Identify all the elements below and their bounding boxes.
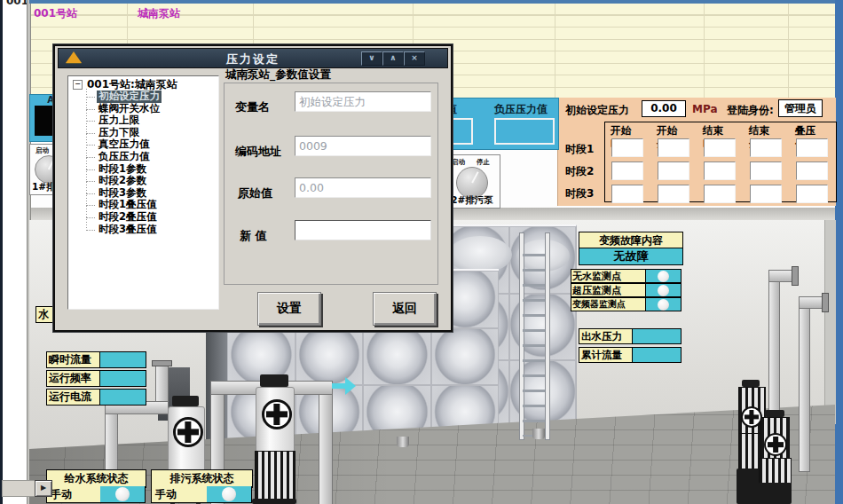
vfd-fault-header: 变频故障内容 (579, 232, 683, 249)
code-addr-input[interactable]: 0009 (295, 136, 431, 156)
login-identity[interactable]: 管理员 (778, 99, 823, 117)
metric-row: 运行电流 (46, 389, 146, 406)
close-button[interactable]: × (404, 51, 425, 66)
tank-panel (431, 328, 500, 386)
code-addr-label: 编码地址 (235, 144, 281, 160)
monitor-row: 无水监测点 (571, 269, 681, 283)
param-input[interactable] (658, 161, 689, 180)
param-input[interactable] (796, 161, 828, 180)
pressure-unit: MPa (692, 103, 718, 115)
tree-item[interactable]: 真空压力值 (97, 138, 152, 151)
parameter-tree: − 001号站:城南泵站 初始设定压力 蝶阀开关水位 压力上限 压力下限 真空压… (67, 75, 219, 310)
tree-item[interactable]: 压力下限 (97, 127, 141, 139)
tree-item[interactable]: 时段1参数 (97, 163, 148, 176)
pressure-setting-dialog: 压力设定 ∨ ∧ × − 001号站:城南泵站 初始设定压力 蝶阀开关水位 压力… (53, 44, 453, 332)
station-parameter-panel: 初始设定压力 0.00 MPa 登陆身份: 管理员 开始时 开始分 结束时 结束… (557, 98, 836, 206)
minimize-button[interactable]: ∨ (361, 51, 382, 66)
outlet-pressure-value (633, 328, 681, 344)
param-input[interactable] (796, 185, 828, 203)
total-flow-value (633, 347, 681, 363)
start-label: 启动 (35, 146, 49, 155)
tree-connector (86, 89, 87, 231)
monitor-row: 变频器监测点 (571, 297, 681, 311)
set-button[interactable]: 设置 (257, 292, 321, 326)
tree-root-node[interactable]: − 001号站:城南泵站 (72, 78, 218, 91)
tank-panel (363, 328, 431, 386)
tree-item[interactable]: 时段1叠压值 (97, 199, 159, 211)
var-name-label: 变量名 (235, 99, 270, 115)
param-input[interactable] (750, 138, 782, 157)
monitor-label: 无水监测点 (571, 269, 646, 283)
var-name-input[interactable]: 初始设定压力 (295, 91, 431, 112)
tree-item[interactable]: 蝶阀开关水位 (97, 103, 162, 115)
param-input[interactable] (611, 161, 643, 180)
period-row-label: 时段3 (565, 186, 594, 201)
booster-pump-2-graphic[interactable] (758, 410, 792, 504)
init-pressure-value[interactable]: 0.00 (642, 100, 686, 117)
scroll-right-button[interactable]: ▶ (35, 480, 52, 497)
param-input[interactable] (704, 138, 736, 157)
param-input[interactable] (658, 185, 689, 203)
param-input[interactable] (658, 138, 689, 157)
tank-top-bulge (448, 236, 512, 273)
tree-item[interactable]: 时段3参数 (97, 187, 148, 200)
drain-mode: 手动 (151, 486, 209, 503)
ladder (545, 232, 550, 440)
param-input[interactable] (750, 161, 782, 180)
start-label: 启动 (452, 158, 465, 167)
flow-arrow-icon (345, 377, 356, 395)
drain-status-title: 排污系统状态 (151, 469, 253, 488)
param-input[interactable] (704, 161, 736, 180)
pump2-label: 2#排污泵 (445, 194, 500, 207)
param-input[interactable] (796, 138, 828, 157)
monitor-label: 超压监测点 (571, 283, 646, 297)
new-value-input[interactable] (295, 220, 431, 240)
maximize-button[interactable]: ∧ (382, 51, 404, 66)
left-list-item[interactable]: 001 (6, 0, 28, 7)
param-input[interactable] (704, 185, 736, 203)
supply-mode-indicator (100, 486, 146, 503)
indicator-circle (658, 271, 669, 282)
period-row-label: 时段1 (565, 142, 594, 157)
orig-value-input[interactable]: 0.00 (295, 177, 431, 198)
metric-row: 瞬时流量 (46, 351, 146, 368)
hidden-label: 水 (35, 306, 54, 323)
window-edge (0, 0, 3, 504)
tree-item[interactable]: 初始设定压力 (97, 91, 162, 103)
window-edge (29, 0, 843, 4)
param-input[interactable] (611, 138, 643, 157)
negative-pressure-label: 负压压力值 (494, 102, 548, 117)
tree-item[interactable]: 负压压力值 (97, 151, 152, 163)
stop-label: 停止 (477, 158, 490, 167)
tree-item[interactable]: 时段2叠压值 (97, 211, 159, 224)
station-id[interactable]: 001号站 (34, 6, 77, 21)
supply-status-title: 给水系统状态 (46, 469, 146, 488)
monitor-indicator (646, 297, 681, 311)
tree-item[interactable]: 压力上限 (97, 114, 141, 127)
drain-mode-indicator (207, 486, 252, 503)
monitor-indicator (646, 283, 681, 297)
left-list-panel[interactable] (3, 0, 27, 504)
metric-label: 瞬时流量 (46, 351, 100, 368)
pump-fan-icon (764, 433, 787, 456)
return-button[interactable]: 返回 (373, 292, 437, 326)
tree-item[interactable]: 时段3叠压值 (97, 224, 159, 236)
tree-item[interactable]: 时段2参数 (97, 175, 148, 187)
param-input[interactable] (611, 185, 643, 203)
dialog-titlebar[interactable]: 压力设定 ∨ ∧ × (58, 48, 448, 68)
monitor-indicator (646, 269, 681, 283)
panel-screen (35, 106, 54, 136)
collapse-icon[interactable]: − (73, 80, 83, 90)
metric-value (100, 389, 146, 406)
station-name[interactable]: 城南泵站 (138, 6, 180, 21)
vfd-fault-status: 无故障 (579, 248, 683, 265)
flow-arrow-icon (332, 383, 345, 389)
metric-label: 运行频率 (46, 370, 100, 387)
pump-fan-icon (173, 417, 203, 447)
drain-pump-2-graphic[interactable] (252, 373, 296, 504)
pump-fan-icon (262, 399, 292, 429)
monitor-label: 变频器监测点 (571, 297, 646, 311)
param-input[interactable] (750, 185, 782, 203)
monitor-row: 超压监测点 (571, 283, 681, 297)
total-flow-label: 累计流量 (579, 347, 633, 363)
